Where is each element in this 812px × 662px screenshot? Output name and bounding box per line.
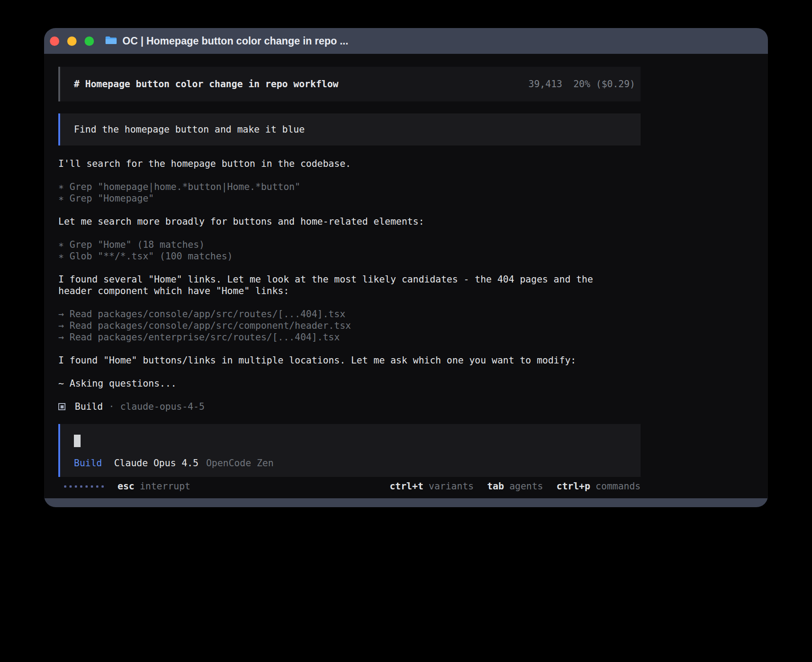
assistant-paragraph: I'll search for the homepage button in t… bbox=[58, 158, 641, 170]
close-button[interactable] bbox=[50, 36, 59, 46]
interrupt-label: interrupt bbox=[140, 480, 191, 492]
tool-call-line: ∗ Grep "homepage|home.*button|Home.*butt… bbox=[58, 181, 615, 193]
tool-call-line: ∗ Glob "**/*.tsx" (100 matches) bbox=[58, 250, 615, 262]
composer-input[interactable]: Build Claude Opus 4.5 OpenCode Zen bbox=[58, 424, 641, 477]
assistant-message: I found "Home" buttons/links in multiple… bbox=[58, 355, 615, 366]
assistant-paragraph: Let me search more broadly for buttons a… bbox=[58, 216, 641, 227]
terminal-content: # Homepage button color change in repo w… bbox=[44, 54, 768, 498]
assistant-message: I'll search for the homepage button in t… bbox=[58, 158, 615, 170]
shortcut-key: ctrl+p bbox=[556, 480, 590, 492]
tool-call-line: ∗ Grep "Homepage" bbox=[58, 193, 615, 204]
status-separator: · bbox=[109, 401, 114, 412]
title-area: OC | Homepage button color change in rep… bbox=[105, 35, 348, 47]
text-cursor bbox=[74, 435, 81, 447]
tool-call-line: ∗ Grep "Home" (18 matches) bbox=[58, 239, 615, 250]
build-agent-icon bbox=[58, 403, 65, 410]
status-bar-left: esc interrupt bbox=[58, 480, 191, 492]
minimize-button[interactable] bbox=[67, 36, 77, 46]
spinner-dots bbox=[58, 485, 104, 488]
tool-call-line: → Read packages/console/app/src/componen… bbox=[58, 320, 615, 331]
session-title: # Homepage button color change in repo w… bbox=[74, 79, 338, 89]
composer-model: Claude Opus 4.5 bbox=[114, 458, 199, 468]
zoom-button[interactable] bbox=[85, 36, 94, 46]
agent-status-row: Build · claude-opus-4-5 bbox=[58, 401, 641, 412]
shortcut-key: ctrl+t bbox=[390, 480, 423, 492]
assistant-message: I found several "Home" links. Let me loo… bbox=[58, 274, 615, 297]
token-count: 39,413 bbox=[528, 79, 562, 89]
status-bar-right: ctrl+t variants tab agents ctrl+p comman… bbox=[390, 480, 641, 492]
terminal-window: OC | Homepage button color change in rep… bbox=[44, 28, 768, 507]
agent-model: claude-opus-4-5 bbox=[120, 401, 205, 412]
assistant-paragraph: I found "Home" buttons/links in multiple… bbox=[58, 355, 641, 366]
session-header: # Homepage button color change in repo w… bbox=[58, 67, 641, 101]
agent-name: Build bbox=[75, 401, 103, 412]
window-controls bbox=[50, 36, 94, 46]
tool-call-group: → Read packages/console/app/src/routes/[… bbox=[58, 308, 641, 343]
tool-call-group: ∗ Grep "Home" (18 matches) ∗ Glob "**/*.… bbox=[58, 239, 641, 262]
shortcut-agents: tab agents bbox=[487, 480, 543, 492]
tool-call-group: ∗ Grep "homepage|home.*button|Home.*butt… bbox=[58, 181, 641, 204]
shortcut-commands: ctrl+p commands bbox=[556, 480, 641, 492]
user-message-text: Find the homepage button and make it blu… bbox=[74, 124, 304, 135]
composer-meta: Build Claude Opus 4.5 OpenCode Zen bbox=[74, 458, 632, 468]
assistant-paragraph: I found several "Home" links. Let me loo… bbox=[58, 274, 641, 297]
window-title: OC | Homepage button color change in rep… bbox=[122, 35, 348, 47]
shortcut-variants: ctrl+t variants bbox=[390, 480, 474, 492]
composer-provider: OpenCode Zen bbox=[206, 458, 274, 468]
session-stats: 39,413 20% ($0.29) bbox=[528, 79, 635, 89]
shortcut-label: agents bbox=[509, 480, 543, 492]
assistant-paragraph: ~ Asking questions... bbox=[58, 378, 641, 389]
folder-icon bbox=[105, 36, 117, 47]
interrupt-key: esc bbox=[118, 480, 134, 492]
titlebar[interactable]: OC | Homepage button color change in rep… bbox=[44, 28, 768, 54]
shortcut-label: commands bbox=[596, 480, 641, 492]
assistant-message: Let me search more broadly for buttons a… bbox=[58, 216, 615, 227]
assistant-status-message: ~ Asking questions... bbox=[58, 378, 615, 389]
context-usage: 20% ($0.29) bbox=[573, 79, 635, 89]
composer-mode: Build bbox=[74, 458, 102, 468]
shortcut-key: tab bbox=[487, 480, 504, 492]
tui-column: # Homepage button color change in repo w… bbox=[58, 67, 641, 492]
shortcut-label: variants bbox=[429, 480, 474, 492]
tool-call-line: → Read packages/enterprise/src/routes/[.… bbox=[58, 331, 615, 343]
tool-call-line: → Read packages/console/app/src/routes/[… bbox=[58, 308, 615, 320]
status-bar: esc interrupt ctrl+t variants tab agents… bbox=[58, 480, 641, 492]
user-message: Find the homepage button and make it blu… bbox=[58, 113, 641, 145]
